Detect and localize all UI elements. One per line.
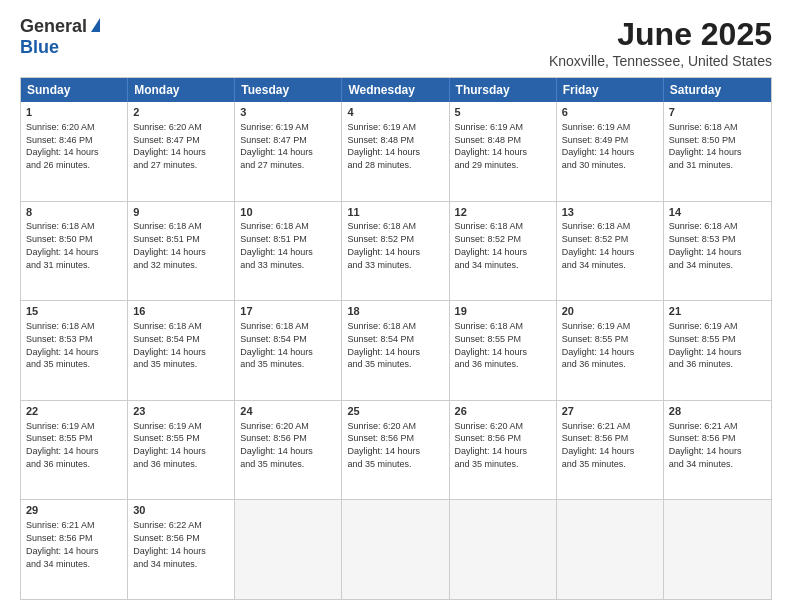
cal-cell-10: 10Sunrise: 6:18 AMSunset: 8:51 PMDayligh… [235,202,342,301]
cal-cell-15: 15Sunrise: 6:18 AMSunset: 8:53 PMDayligh… [21,301,128,400]
header: General Blue June 2025 Knoxville, Tennes… [20,16,772,69]
cal-cell-21: 21Sunrise: 6:19 AMSunset: 8:55 PMDayligh… [664,301,771,400]
cal-cell-empty [342,500,449,599]
main-title: June 2025 [549,16,772,53]
header-saturday: Saturday [664,78,771,102]
page: General Blue June 2025 Knoxville, Tennes… [0,0,792,612]
cal-cell-22: 22Sunrise: 6:19 AMSunset: 8:55 PMDayligh… [21,401,128,500]
subtitle: Knoxville, Tennessee, United States [549,53,772,69]
cal-cell-27: 27Sunrise: 6:21 AMSunset: 8:56 PMDayligh… [557,401,664,500]
cal-cell-19: 19Sunrise: 6:18 AMSunset: 8:55 PMDayligh… [450,301,557,400]
header-monday: Monday [128,78,235,102]
header-wednesday: Wednesday [342,78,449,102]
cal-cell-4: 4Sunrise: 6:19 AMSunset: 8:48 PMDaylight… [342,102,449,201]
cal-cell-1: 1Sunrise: 6:20 AMSunset: 8:46 PMDaylight… [21,102,128,201]
cal-cell-24: 24Sunrise: 6:20 AMSunset: 8:56 PMDayligh… [235,401,342,500]
cal-cell-empty [664,500,771,599]
header-tuesday: Tuesday [235,78,342,102]
logo: General Blue [20,16,100,58]
calendar-header: Sunday Monday Tuesday Wednesday Thursday… [21,78,771,102]
cal-cell-25: 25Sunrise: 6:20 AMSunset: 8:56 PMDayligh… [342,401,449,500]
logo-blue-text: Blue [20,37,59,58]
cal-row-5: 29Sunrise: 6:21 AMSunset: 8:56 PMDayligh… [21,499,771,599]
cal-cell-12: 12Sunrise: 6:18 AMSunset: 8:52 PMDayligh… [450,202,557,301]
header-friday: Friday [557,78,664,102]
cal-row-4: 22Sunrise: 6:19 AMSunset: 8:55 PMDayligh… [21,400,771,500]
cal-row-3: 15Sunrise: 6:18 AMSunset: 8:53 PMDayligh… [21,300,771,400]
cal-cell-20: 20Sunrise: 6:19 AMSunset: 8:55 PMDayligh… [557,301,664,400]
cal-cell-empty [450,500,557,599]
cal-cell-11: 11Sunrise: 6:18 AMSunset: 8:52 PMDayligh… [342,202,449,301]
cal-cell-6: 6Sunrise: 6:19 AMSunset: 8:49 PMDaylight… [557,102,664,201]
cal-cell-17: 17Sunrise: 6:18 AMSunset: 8:54 PMDayligh… [235,301,342,400]
cal-cell-16: 16Sunrise: 6:18 AMSunset: 8:54 PMDayligh… [128,301,235,400]
title-block: June 2025 Knoxville, Tennessee, United S… [549,16,772,69]
cal-cell-28: 28Sunrise: 6:21 AMSunset: 8:56 PMDayligh… [664,401,771,500]
header-thursday: Thursday [450,78,557,102]
cal-cell-empty [235,500,342,599]
cal-cell-29: 29Sunrise: 6:21 AMSunset: 8:56 PMDayligh… [21,500,128,599]
cal-cell-26: 26Sunrise: 6:20 AMSunset: 8:56 PMDayligh… [450,401,557,500]
cal-cell-7: 7Sunrise: 6:18 AMSunset: 8:50 PMDaylight… [664,102,771,201]
cal-cell-3: 3Sunrise: 6:19 AMSunset: 8:47 PMDaylight… [235,102,342,201]
logo-triangle-icon [91,18,100,32]
cal-cell-8: 8Sunrise: 6:18 AMSunset: 8:50 PMDaylight… [21,202,128,301]
calendar-body: 1Sunrise: 6:20 AMSunset: 8:46 PMDaylight… [21,102,771,599]
cal-row-2: 8Sunrise: 6:18 AMSunset: 8:50 PMDaylight… [21,201,771,301]
cal-cell-30: 30Sunrise: 6:22 AMSunset: 8:56 PMDayligh… [128,500,235,599]
cal-cell-13: 13Sunrise: 6:18 AMSunset: 8:52 PMDayligh… [557,202,664,301]
header-sunday: Sunday [21,78,128,102]
cal-cell-empty [557,500,664,599]
calendar: Sunday Monday Tuesday Wednesday Thursday… [20,77,772,600]
logo-general-text: General [20,16,87,37]
cal-row-1: 1Sunrise: 6:20 AMSunset: 8:46 PMDaylight… [21,102,771,201]
cal-cell-5: 5Sunrise: 6:19 AMSunset: 8:48 PMDaylight… [450,102,557,201]
cal-cell-2: 2Sunrise: 6:20 AMSunset: 8:47 PMDaylight… [128,102,235,201]
cal-cell-18: 18Sunrise: 6:18 AMSunset: 8:54 PMDayligh… [342,301,449,400]
cal-cell-14: 14Sunrise: 6:18 AMSunset: 8:53 PMDayligh… [664,202,771,301]
cal-cell-9: 9Sunrise: 6:18 AMSunset: 8:51 PMDaylight… [128,202,235,301]
cal-cell-23: 23Sunrise: 6:19 AMSunset: 8:55 PMDayligh… [128,401,235,500]
